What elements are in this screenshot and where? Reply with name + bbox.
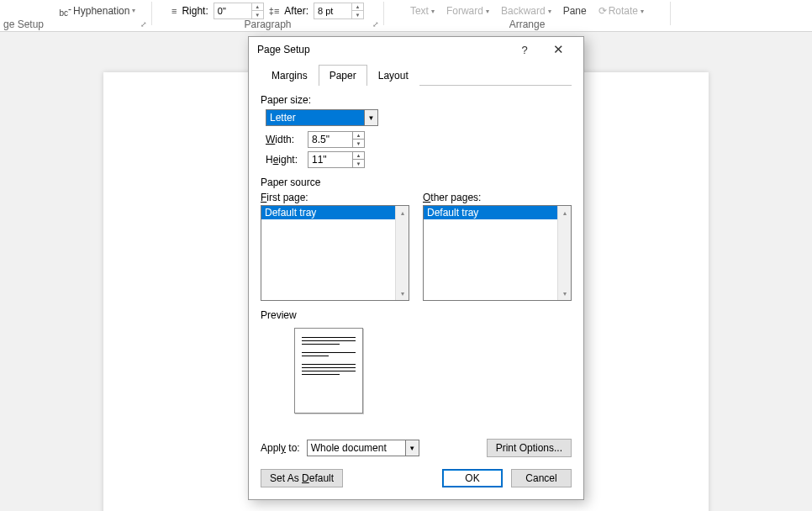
width-spinner[interactable]: ▲▼ bbox=[308, 131, 365, 148]
list-item[interactable]: Default tray bbox=[261, 206, 395, 219]
first-page-label: First page: bbox=[261, 192, 409, 203]
arrange-group-label: Arrange bbox=[509, 18, 546, 30]
set-as-default-button[interactable]: Set As Default bbox=[261, 469, 343, 487]
page-setup-group-label: ge Setup bbox=[3, 18, 44, 30]
scrollbar[interactable]: ▴ ▾ bbox=[557, 206, 571, 300]
spacing-after-label: After: bbox=[284, 5, 308, 17]
spinner-down-icon[interactable]: ▼ bbox=[351, 11, 363, 18]
tab-paper[interactable]: Paper bbox=[319, 65, 367, 86]
paragraph-dialog-launcher-icon[interactable]: ⤢ bbox=[370, 18, 382, 30]
chevron-down-icon: ▾ bbox=[486, 8, 489, 15]
spacing-after-input[interactable] bbox=[314, 3, 351, 18]
ribbon-separator bbox=[670, 2, 671, 25]
scroll-down-icon[interactable]: ▾ bbox=[396, 287, 409, 300]
spinner-up-icon[interactable]: ▲ bbox=[351, 3, 363, 11]
indent-right-spinner[interactable]: ▲▼ bbox=[214, 3, 264, 19]
scroll-up-icon[interactable]: ▴ bbox=[558, 206, 571, 219]
preview-thumbnail bbox=[294, 328, 363, 414]
scroll-down-icon[interactable]: ▾ bbox=[558, 287, 571, 300]
apply-to-value: Whole document bbox=[308, 440, 405, 456]
scrollbar[interactable]: ▴ ▾ bbox=[395, 206, 409, 300]
page-setup-dialog: Page Setup ? ✕ Margins Paper Layout Pape… bbox=[248, 36, 584, 500]
dialog-title: Page Setup bbox=[257, 44, 508, 55]
height-label: Height: bbox=[266, 154, 308, 166]
hyphenation-icon: bc- bbox=[60, 3, 72, 18]
spinner-down-icon[interactable]: ▼ bbox=[353, 140, 364, 147]
paper-size-combo[interactable]: Letter ▼ bbox=[266, 109, 378, 126]
set-default-label: Set As Default bbox=[270, 472, 334, 484]
paper-size-value: Letter bbox=[266, 110, 364, 125]
chevron-down-icon: ▾ bbox=[548, 8, 551, 15]
apply-to-label: Apply to: bbox=[261, 442, 300, 454]
tab-layout[interactable]: Layout bbox=[367, 65, 419, 86]
paper-source-label: Paper source bbox=[261, 176, 572, 188]
rotate-control[interactable]: ⟳ Rotate▾ bbox=[598, 5, 644, 17]
indent-right-input[interactable] bbox=[214, 3, 251, 18]
chevron-down-icon[interactable]: ▼ bbox=[405, 440, 419, 456]
spacing-after-spinner[interactable]: ▲▼ bbox=[314, 3, 364, 19]
first-page-listbox[interactable]: Default tray ▴ ▾ bbox=[261, 205, 409, 301]
chevron-down-icon: ▾ bbox=[431, 8, 435, 15]
ok-button[interactable]: OK bbox=[442, 469, 503, 487]
indent-right-label: Right: bbox=[182, 5, 208, 17]
apply-to-combo[interactable]: Whole document ▼ bbox=[307, 440, 419, 456]
rotate-icon: ⟳ bbox=[598, 5, 607, 17]
height-spinner[interactable]: ▲▼ bbox=[308, 151, 365, 168]
help-button[interactable]: ? bbox=[508, 37, 541, 62]
height-input[interactable] bbox=[308, 152, 352, 167]
chevron-down-icon[interactable]: ▼ bbox=[364, 110, 377, 125]
selection-pane-control[interactable]: Pane bbox=[563, 5, 587, 17]
page-setup-dialog-launcher-icon[interactable]: ⤢ bbox=[138, 18, 150, 30]
ribbon: bc- Hyphenation ▾ ge Setup ⤢ ≡ Right: ▲▼… bbox=[0, 0, 812, 32]
hyphenation-control[interactable]: bc- Hyphenation ▾ bbox=[60, 3, 136, 18]
wrap-text-control[interactable]: Text▾ bbox=[410, 5, 435, 17]
scroll-up-icon[interactable]: ▴ bbox=[396, 206, 409, 219]
spinner-up-icon[interactable]: ▲ bbox=[353, 132, 364, 140]
width-label: Width: bbox=[266, 134, 308, 145]
spinner-down-icon[interactable]: ▼ bbox=[251, 11, 263, 18]
dialog-tabs: Margins Paper Layout bbox=[261, 64, 572, 86]
chevron-down-icon: ▾ bbox=[132, 7, 135, 14]
bring-forward-control[interactable]: Forward▾ bbox=[446, 5, 489, 17]
wrap-text-label: Text bbox=[410, 5, 429, 17]
other-pages-listbox[interactable]: Default tray ▴ ▾ bbox=[423, 205, 572, 301]
send-backward-label: Backward bbox=[501, 5, 546, 17]
list-item[interactable]: Default tray bbox=[424, 206, 557, 219]
width-input[interactable] bbox=[308, 132, 352, 147]
send-backward-control[interactable]: Backward▾ bbox=[501, 5, 551, 17]
preview-label: Preview bbox=[261, 309, 572, 321]
dialog-titlebar[interactable]: Page Setup ? ✕ bbox=[249, 37, 583, 62]
chevron-down-icon: ▾ bbox=[641, 8, 644, 15]
cancel-button[interactable]: Cancel bbox=[511, 469, 572, 487]
rotate-label: Rotate bbox=[609, 5, 638, 17]
paper-size-label: Paper size: bbox=[261, 94, 572, 106]
bring-forward-label: Forward bbox=[446, 5, 483, 17]
tab-margins[interactable]: Margins bbox=[261, 65, 319, 86]
spinner-up-icon[interactable]: ▲ bbox=[251, 3, 263, 11]
spinner-down-icon[interactable]: ▼ bbox=[353, 160, 364, 167]
other-pages-label: Other pages: bbox=[423, 192, 572, 203]
close-button[interactable]: ✕ bbox=[541, 37, 575, 62]
indent-right-icon: ≡ bbox=[171, 6, 177, 16]
selection-pane-label: Pane bbox=[563, 5, 587, 17]
spacing-after-icon: ‡≡ bbox=[269, 6, 280, 16]
spinner-up-icon[interactable]: ▲ bbox=[353, 152, 364, 160]
hyphenation-label: Hyphenation bbox=[73, 5, 129, 17]
paragraph-group-label: Paragraph bbox=[244, 18, 291, 30]
print-options-button[interactable]: Print Options... bbox=[487, 439, 572, 457]
